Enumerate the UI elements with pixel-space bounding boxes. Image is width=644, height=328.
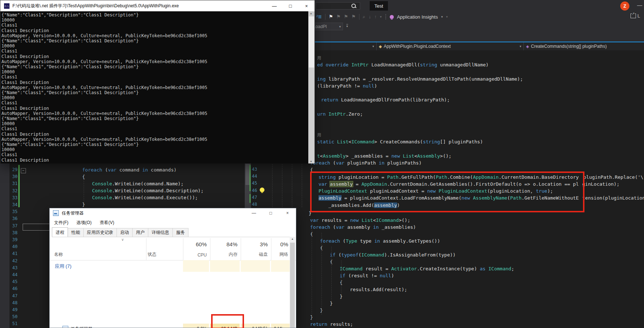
tm-tab-详细信息[interactable]: 详细信息 — [148, 228, 173, 237]
code-line: } — [309, 211, 312, 216]
code-token: PluginLoadContext — [439, 188, 487, 194]
task-manager-scrollbar[interactable]: ▲ — [290, 237, 295, 328]
line-number: 47 — [9, 293, 18, 298]
console-minimize-button[interactable]: — — [266, 3, 282, 9]
code-fold-icon[interactable]: − — [21, 168, 26, 173]
line-number: 49 — [9, 307, 18, 312]
scroll-down-icon[interactable]: ▼ — [310, 160, 312, 163]
line-number: 40 — [9, 244, 18, 249]
process-list: 应用 (7) >任务管理器2.2%29.1 MB0 MB/秒0 Mbps>Win… — [50, 260, 296, 328]
code-token: typeof — [341, 252, 358, 258]
code-line: { — [310, 167, 313, 173]
indent-guide — [331, 247, 332, 301]
console-maximize-button[interactable]: □ — [282, 3, 298, 9]
console-output-line: Class1 Description — [1, 106, 309, 111]
code-token: ICommand — [361, 252, 384, 258]
column-header-name[interactable]: 名称 — [54, 251, 63, 258]
console-output-line: {"Name":"Class1","Description":"Class1 D… — [1, 116, 309, 121]
column-header-磁盘[interactable]: 3%磁盘 — [241, 237, 270, 260]
scroll-up-icon[interactable]: ▲ — [310, 12, 312, 15]
console-output-line: {"Name":"Class1","Description":"Class1 D… — [1, 64, 309, 69]
code-token: tension(pluginLocation) — [582, 195, 644, 201]
tm-menu-item[interactable]: 查看(V) — [100, 220, 114, 226]
process-row[interactable]: >任务管理器2.2%29.1 MB0 MB/秒0 Mbps — [50, 324, 290, 328]
code-token: true — [536, 188, 547, 194]
task-manager-scrollbar-thumb[interactable] — [290, 243, 295, 328]
tm-tab-应用历史记录[interactable]: 应用历史记录 — [83, 228, 117, 237]
code-token: type — [357, 238, 374, 244]
mem-cell: 29.1 MB — [210, 324, 240, 328]
code-line: } — [330, 301, 333, 306]
console-scrollbar[interactable]: ▲ ▼ — [308, 11, 315, 163]
console-close-button[interactable]: × — [298, 3, 315, 9]
column-header-内存[interactable]: 84%内存 — [210, 237, 240, 260]
console-output-line: {"Name":"Class1","Description":"Class1 D… — [1, 12, 309, 18]
task-manager-titlebar[interactable]: 任务管理器 — □ × — [50, 208, 296, 218]
line-number: 42 — [9, 258, 18, 263]
sort-indicator-icon[interactable]: ∨ — [121, 238, 124, 242]
code-line: if (result != null) — [340, 273, 394, 278]
line-number: 48 — [249, 202, 257, 207]
code-token: Assembly — [417, 153, 440, 159]
tm-minimize-button[interactable]: — — [245, 211, 262, 216]
column-header-网络[interactable]: 0%网络 — [271, 237, 290, 260]
code-token: PluginLoadContext — [319, 188, 367, 194]
highlighted-symbol: assembly — [330, 181, 353, 187]
tm-tab-进程[interactable]: 进程 — [52, 227, 68, 237]
task-manager-window: 任务管理器 — □ × 文件(F)选项(O)查看(V) 进程性能应用历史记录启动… — [49, 208, 296, 328]
code-token: } — [309, 211, 312, 216]
tm-menu-item[interactable]: 选项(O) — [76, 220, 91, 226]
tm-maximize-button[interactable]: □ — [262, 211, 279, 216]
line-number: 33 — [9, 195, 18, 200]
code-token: List — [403, 153, 414, 159]
line-number: 47 — [249, 195, 257, 200]
code-token: Assembly — [323, 153, 346, 159]
line-number: 45 — [249, 181, 257, 186]
code-token: urn — [317, 111, 325, 117]
console-output-line: 10000 — [1, 95, 309, 100]
code-token — [470, 195, 473, 201]
tm-tab-性能[interactable]: 性能 — [68, 228, 84, 237]
console-titlebar[interactable]: C:\ F:\代码垃圾堆\.net 插件学习\Test\AppWithPlugi… — [0, 0, 315, 11]
code-token — [485, 266, 488, 271]
code-token: .GetFullPath( — [399, 174, 436, 180]
code-token: ); — [547, 188, 553, 194]
tm-menu-item[interactable]: 文件(F) — [54, 220, 68, 226]
code-token: string — [319, 174, 336, 180]
quick-actions-lightbulb-icon[interactable] — [260, 188, 264, 192]
code-token: LoadUnmanagedDll( — [369, 62, 420, 67]
console-output-line: Class1 Description — [1, 28, 309, 33]
task-manager-tabs: 进程性能应用历史记录启动用户详细信息服务 — [52, 228, 294, 237]
scroll-up-icon[interactable]: ▲ — [291, 238, 294, 240]
code-token: ICommand — [376, 217, 399, 223]
code-line: } — [340, 294, 343, 299]
code-token: } — [340, 294, 343, 299]
column-header-status[interactable]: 状态 — [148, 251, 156, 258]
console-output-line: Class1 — [1, 74, 309, 80]
code-token: ( — [340, 238, 346, 244]
indent-guide — [341, 261, 342, 293]
column-header-CPU[interactable]: 60%CPU — [183, 237, 209, 260]
code-token: string — [420, 62, 437, 67]
breakpoint-margin[interactable] — [0, 163, 9, 328]
code-token: ICommand — [488, 266, 511, 271]
cpu-cell: 2.2% — [183, 324, 209, 328]
code-token: ) — [374, 83, 377, 89]
line-number: 44 — [249, 174, 257, 179]
tm-tab-服务[interactable]: 服务 — [172, 228, 188, 237]
tm-tab-启动[interactable]: 启动 — [117, 228, 133, 237]
indent-guide — [272, 164, 273, 207]
taskmgr-icon — [62, 326, 68, 328]
code-token: pluginPath — [344, 160, 379, 166]
code-line: 用 — [317, 55, 321, 61]
highlighted-symbol: assembly — [319, 195, 342, 201]
code-token: in — [374, 238, 380, 244]
tm-tab-用户[interactable]: 用户 — [132, 228, 148, 237]
heatmap-band — [183, 260, 209, 272]
process-group-label[interactable]: 应用 (7) — [55, 263, 72, 270]
net-cell: 0 Mbps — [271, 324, 290, 328]
tm-close-button[interactable]: × — [279, 211, 296, 216]
console-scrollbar-thumb[interactable] — [309, 16, 314, 67]
line-number: 30 — [9, 174, 18, 179]
code-token: (libraryPath != — [317, 83, 363, 89]
